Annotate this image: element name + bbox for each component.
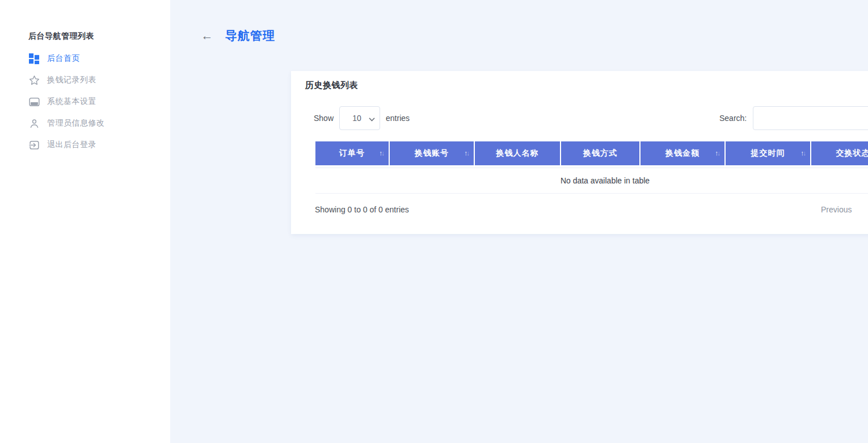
empty-message: No data available in table xyxy=(561,176,650,185)
sidebar-item-label: 后台首页 xyxy=(47,53,80,64)
sidebar-nav: 后台首页 换钱记录列表 系统基本设置 xyxy=(0,48,170,156)
sidebar-item-system-settings[interactable]: 系统基本设置 xyxy=(0,91,170,112)
column-header-submit-time[interactable]: 提交时间 ↑↓ xyxy=(726,141,810,165)
sidebar-item-admin-info[interactable]: 管理员信息修改 xyxy=(0,112,170,134)
search-control: Search: xyxy=(719,106,868,130)
sort-icon: ↑↓ xyxy=(800,141,805,165)
column-header-person-name[interactable]: 换钱人名称 xyxy=(475,141,560,165)
column-label: 订单号 xyxy=(339,148,365,158)
column-label: 换钱人名称 xyxy=(496,148,539,158)
sort-icon: ↑↓ xyxy=(464,141,469,165)
column-header-amount[interactable]: 换钱金额 ↑↓ xyxy=(641,141,724,165)
column-label: 交换状态 xyxy=(836,148,868,158)
sidebar-item-logout[interactable]: 退出后台登录 xyxy=(0,134,170,156)
logout-icon xyxy=(28,139,40,151)
sidebar-item-label: 换钱记录列表 xyxy=(47,75,96,85)
sidebar-title: 后台导航管理列表 xyxy=(28,31,94,41)
table-empty-row: No data available in table xyxy=(315,168,868,194)
column-header-account[interactable]: 换钱账号 ↑↓ xyxy=(390,141,474,165)
star-icon xyxy=(28,74,40,86)
column-label: 换钱金额 xyxy=(665,148,700,158)
table-header-row: 订单号 ↑↓ 换钱账号 ↑↓ 换钱人名称 换钱方式 换钱金额 ↑↓ 提交时间 ↑… xyxy=(315,141,868,165)
sidebar-item-dashboard[interactable]: 后台首页 xyxy=(0,48,170,69)
column-header-status[interactable]: 交换状态 xyxy=(811,141,868,165)
page-title: 导航管理 xyxy=(225,28,275,44)
sidebar: 后台导航管理列表 后台首页 换钱记录列表 xyxy=(0,0,170,443)
show-label: Show xyxy=(314,114,334,123)
sidebar-item-exchange-records[interactable]: 换钱记录列表 xyxy=(0,69,170,91)
user-icon xyxy=(28,118,40,129)
entries-label: entries xyxy=(386,114,410,123)
sort-icon: ↑↓ xyxy=(715,141,719,165)
column-label: 换钱账号 xyxy=(415,148,449,158)
entries-select-box: 10 xyxy=(334,106,386,130)
sidebar-item-label: 管理员信息修改 xyxy=(47,118,105,128)
sort-icon: ↑↓ xyxy=(379,141,384,165)
search-label: Search: xyxy=(719,114,747,123)
sidebar-item-label: 退出后台登录 xyxy=(47,140,96,150)
previous-button[interactable]: Previous xyxy=(813,200,859,219)
length-control: Show 10 entries xyxy=(314,106,410,130)
back-arrow-icon[interactable]: ← xyxy=(200,28,214,43)
column-header-method[interactable]: 换钱方式 xyxy=(561,141,639,165)
column-label: 提交时间 xyxy=(751,148,785,158)
dashboard-icon xyxy=(28,53,40,64)
column-label: 换钱方式 xyxy=(583,148,617,158)
exchange-history-panel: 历史换钱列表 Show 10 entries Search: 订单号 ↑↓ 换钱… xyxy=(291,71,868,234)
entries-select[interactable]: 10 xyxy=(339,106,380,130)
pagination: Previous xyxy=(813,200,859,219)
sidebar-item-label: 系统基本设置 xyxy=(47,97,96,107)
browser-icon xyxy=(28,96,40,107)
panel-title: 历史换钱列表 xyxy=(305,80,358,91)
search-input[interactable] xyxy=(753,106,868,130)
table-info: Showing 0 to 0 of 0 entries xyxy=(315,205,409,214)
column-header-order-no[interactable]: 订单号 ↑↓ xyxy=(315,141,389,165)
